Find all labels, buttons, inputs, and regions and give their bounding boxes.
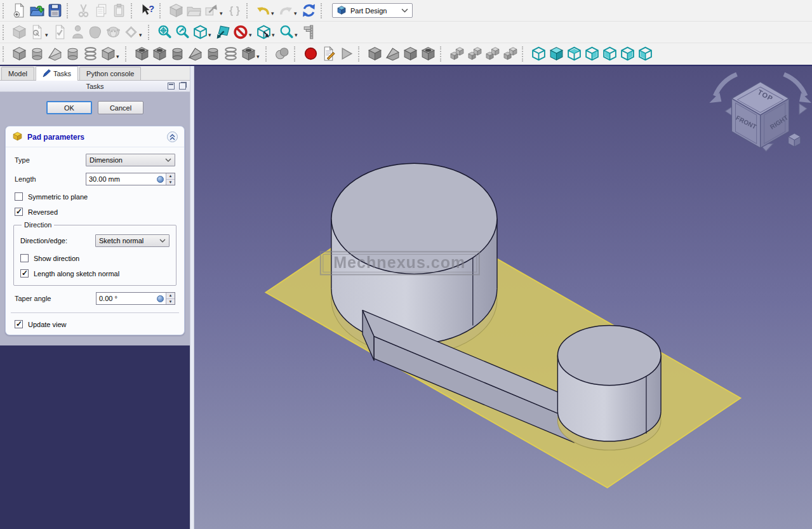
view-front-button[interactable] <box>547 45 565 63</box>
view-right-button[interactable] <box>583 45 601 63</box>
save-file-button[interactable] <box>46 2 63 20</box>
navcube-home-icon[interactable] <box>789 133 801 147</box>
toolbar-grip[interactable] <box>358 46 361 62</box>
fit-selection-button[interactable] <box>173 23 191 41</box>
redo-dropdown-arrow-icon[interactable]: ▾ <box>294 10 300 17</box>
additive-primitive-dropdown-arrow-icon[interactable]: ▾ <box>116 53 122 60</box>
macro-record-button[interactable] <box>302 45 319 63</box>
groove-button[interactable] <box>168 45 186 63</box>
reversed-checkbox[interactable]: Reversed <box>15 208 175 216</box>
collapse-section-button[interactable] <box>167 131 178 142</box>
polar-pattern-button[interactable] <box>483 45 501 63</box>
panel-splitter[interactable] <box>190 66 194 529</box>
toolbar-grip[interactable] <box>159 3 163 18</box>
spin-down-icon[interactable]: ▼ <box>166 180 175 185</box>
multi-transform-button[interactable] <box>501 45 519 63</box>
cancel-button[interactable]: Cancel <box>98 101 143 114</box>
macros-dialog-button[interactable] <box>319 45 337 63</box>
length-input[interactable]: 30.00 mm ▲ ▼ <box>86 173 175 185</box>
float-panel-icon[interactable] <box>179 83 186 90</box>
align-to-selection-button[interactable] <box>214 23 232 41</box>
view-top-button[interactable] <box>565 45 583 63</box>
undo-button[interactable] <box>254 2 272 20</box>
mirrored-pattern-button[interactable] <box>465 45 483 63</box>
dock-panel-icon[interactable] <box>168 83 175 90</box>
toolbar-grip[interactable] <box>3 46 6 62</box>
whats-this-button[interactable]: ? <box>138 2 156 20</box>
zoom-button[interactable] <box>277 23 295 41</box>
subtractive-helix-button[interactable] <box>222 45 239 63</box>
clipping-plane-button[interactable] <box>232 23 250 41</box>
subtractive-primitive-dropdown-arrow-icon[interactable]: ▾ <box>256 53 262 60</box>
make-link-dropdown-arrow-icon[interactable]: ▾ <box>220 10 225 17</box>
toolbar-grip[interactable] <box>131 3 134 18</box>
view-left-button[interactable] <box>636 45 654 63</box>
tab-python-console[interactable]: Python console <box>79 67 141 80</box>
execute-macro-button[interactable] <box>337 45 355 63</box>
toolbar-grip[interactable] <box>294 46 297 62</box>
toolbar-grip[interactable] <box>522 46 525 62</box>
view-bottom-button[interactable] <box>618 45 636 63</box>
view-rotate-dropdown-arrow-icon[interactable]: ▾ <box>272 32 277 38</box>
create-datum-dropdown-arrow-icon[interactable]: ▾ <box>139 32 145 38</box>
toolbar-grip[interactable] <box>125 46 128 62</box>
chamfer-button[interactable] <box>383 45 401 63</box>
expression-editor-icon[interactable] <box>157 176 164 183</box>
zoom-dropdown-arrow-icon[interactable]: ▾ <box>295 32 300 38</box>
linear-pattern-button[interactable] <box>448 45 465 63</box>
expression-editor-icon[interactable] <box>157 295 164 302</box>
symmetric-to-plane-checkbox[interactable]: Symmetric to plane <box>15 192 175 201</box>
taper-angle-input[interactable]: 0.00 ° ▲ ▼ <box>96 292 175 305</box>
3d-scene[interactable]: Mechnexus.com <box>194 66 812 529</box>
toolbar-grip[interactable] <box>321 3 324 18</box>
type-select[interactable]: Dimension <box>86 154 175 166</box>
direction-edge-select[interactable]: Sketch normal <box>95 234 170 247</box>
toolbar-grip[interactable] <box>148 25 151 40</box>
refresh-button[interactable] <box>300 2 317 20</box>
additive-pipe-button[interactable] <box>63 45 81 63</box>
length-along-normal-checkbox[interactable]: Length along sketch normal <box>20 269 162 278</box>
draft-button[interactable] <box>401 45 419 63</box>
open-file-button[interactable] <box>28 2 46 20</box>
undo-dropdown-arrow-icon[interactable]: ▾ <box>271 10 277 17</box>
additive-loft-button[interactable] <box>46 45 63 63</box>
subtractive-pipe-button[interactable] <box>204 45 222 63</box>
workbench-selector[interactable]: Part Design <box>332 3 413 18</box>
toolbar-grip[interactable] <box>3 3 6 18</box>
additive-primitive-button[interactable] <box>99 45 117 63</box>
view-rotate-button[interactable] <box>255 23 272 41</box>
spin-down-icon[interactable]: ▼ <box>166 299 175 305</box>
pocket-button[interactable] <box>133 45 150 63</box>
toolbar-grip[interactable] <box>246 3 250 18</box>
toolbar-grip[interactable] <box>3 25 6 40</box>
additive-helix-button[interactable] <box>81 45 99 63</box>
toolbar-grip[interactable] <box>67 3 70 18</box>
fit-all-button[interactable] <box>156 23 173 41</box>
spin-up-icon[interactable]: ▲ <box>166 173 175 180</box>
axonometric-view-button[interactable] <box>191 23 209 41</box>
tab-tasks[interactable]: Tasks <box>36 66 78 81</box>
subtractive-primitive-button[interactable] <box>239 45 257 63</box>
new-file-button[interactable] <box>10 2 28 20</box>
axonometric-view-dropdown-arrow-icon[interactable]: ▾ <box>208 32 214 38</box>
toolbar-grip[interactable] <box>440 46 443 62</box>
view-rear-button[interactable] <box>601 45 618 63</box>
view-axonometric-button[interactable] <box>529 45 547 63</box>
tab-model[interactable]: Model <box>1 67 34 80</box>
show-direction-checkbox[interactable]: Show direction <box>20 254 162 262</box>
hole-button[interactable] <box>150 45 168 63</box>
revolution-button[interactable] <box>28 45 46 63</box>
update-view-checkbox[interactable]: Update view <box>15 320 175 328</box>
thickness-button[interactable] <box>419 45 437 63</box>
subtractive-loft-button[interactable] <box>186 45 204 63</box>
ok-button[interactable]: OK <box>46 101 92 114</box>
clipping-plane-dropdown-arrow-icon[interactable]: ▾ <box>249 32 255 38</box>
spin-up-icon[interactable]: ▲ <box>166 293 175 299</box>
boolean-operation-button[interactable] <box>273 45 291 63</box>
fillet-button[interactable] <box>366 45 383 63</box>
3d-viewport[interactable]: Mechnexus.com <box>194 66 812 529</box>
pad-button[interactable] <box>10 45 28 63</box>
create-sketch-dropdown-arrow-icon[interactable]: ▾ <box>45 32 51 38</box>
toolbar-grip[interactable] <box>265 46 269 62</box>
measure-button[interactable] <box>300 23 318 41</box>
